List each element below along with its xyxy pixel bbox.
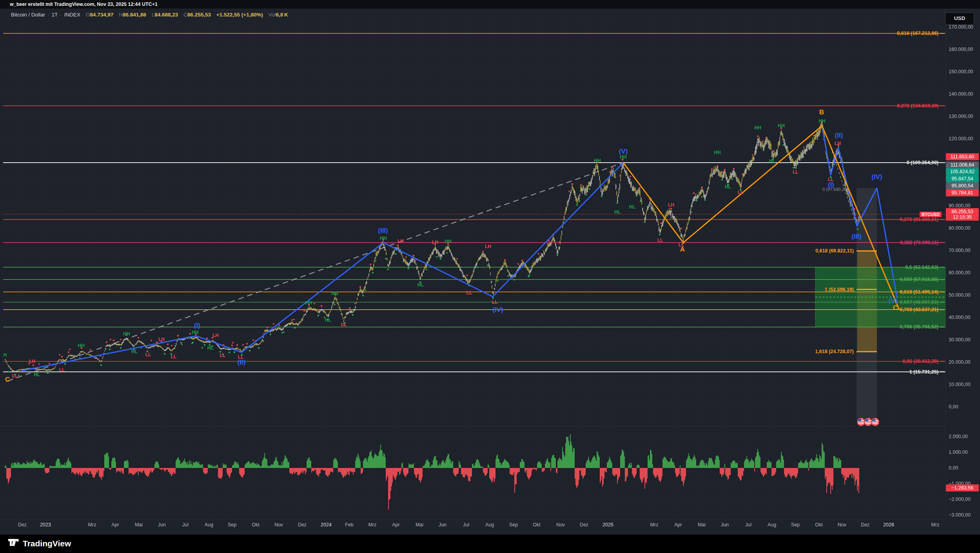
price-axis-badge: 95.784,81 bbox=[946, 189, 979, 196]
price-axis-tick: 10.000,00 bbox=[949, 382, 971, 387]
bottom-toolbar: TradingView bbox=[0, 535, 980, 553]
swing-label: HH bbox=[778, 123, 784, 129]
swing-label: HL bbox=[325, 317, 331, 323]
wave-label: B bbox=[819, 109, 824, 116]
attribution-text: w_beer erstellt mit TradingView.com, Nov… bbox=[10, 2, 158, 7]
price-axis-badge: 86.255,5312:15:35 bbox=[946, 208, 979, 221]
currency-toggle-button[interactable]: USD bbox=[945, 13, 974, 25]
wave-label: C bbox=[5, 376, 10, 384]
time-axis-tick: Sep bbox=[791, 522, 800, 528]
swing-label: LL bbox=[679, 242, 684, 248]
symbol-legend[interactable]: Bitcoin / Dollar·1T·INDEX O84.734,97 H86… bbox=[11, 12, 288, 18]
timeframe[interactable]: 1T bbox=[52, 12, 58, 18]
swing-label: HL bbox=[207, 345, 214, 351]
price-axis-tick: 40.000,00 bbox=[949, 315, 971, 320]
wave-label: (III) bbox=[851, 233, 862, 241]
wave-label: (V) bbox=[889, 297, 898, 305]
swing-label: LL bbox=[492, 299, 498, 305]
swing-label: HL bbox=[769, 158, 775, 164]
badge-time: 12:15:35 bbox=[946, 214, 979, 220]
zigzag-value-label: 0 (97.690,23) bbox=[822, 187, 848, 192]
swing-label: HH bbox=[192, 330, 198, 335]
swing-label: LL bbox=[220, 353, 226, 358]
time-axis-tick: Dez bbox=[861, 522, 869, 528]
time-axis-tick: Jul bbox=[463, 522, 469, 528]
swing-label: LH bbox=[158, 337, 165, 342]
swing-label: LL bbox=[828, 177, 834, 182]
fib-extension-label: 0,618 (69.822,11) bbox=[815, 248, 854, 254]
fib-level-label: 0,382 (73.590,11) bbox=[900, 240, 938, 245]
high-label: H bbox=[115, 12, 123, 18]
swing-label: HH bbox=[380, 236, 387, 241]
tradingview-logo-text: TradingView bbox=[23, 539, 71, 548]
time-axis-tick: 2025 bbox=[603, 522, 613, 528]
open-value: 84.734,97 bbox=[90, 12, 113, 18]
price-axis-tick: 80.000,00 bbox=[949, 225, 971, 231]
price-axis-badge: 95.800,54 bbox=[946, 182, 979, 189]
low-label: L bbox=[148, 12, 155, 18]
price-axis-badge: 105.824,62 bbox=[946, 168, 979, 175]
time-axis-tick: Mrz bbox=[88, 522, 96, 528]
time-axis-tick: Apr bbox=[392, 522, 399, 528]
us-flag-event-icon[interactable] bbox=[871, 418, 879, 426]
swing-label: LL bbox=[171, 354, 177, 359]
fib-level-label: 0,95 (20.412,39) bbox=[902, 359, 938, 364]
swing-label: LH bbox=[432, 239, 438, 245]
price-axis-tick: 120.000,00 bbox=[949, 136, 973, 141]
fib-level-label: 0,786 (35.766,52) bbox=[900, 324, 938, 330]
volume-axis-tick: −2.000,00 bbox=[949, 497, 971, 502]
time-axis-tick: Sep bbox=[228, 522, 236, 528]
swing-label: HL bbox=[131, 349, 138, 354]
time-axis-tick: Okt bbox=[252, 522, 259, 528]
time-axis-tick: 2023 bbox=[40, 522, 51, 528]
time-axis-tick: Mai bbox=[135, 522, 143, 528]
time-axis-tick: Dez bbox=[18, 522, 27, 528]
attribution-bar: w_beer erstellt mit TradingView.com, Nov… bbox=[0, 0, 980, 9]
price-axis-tick: 70.000,00 bbox=[949, 248, 971, 253]
swing-label: HL bbox=[417, 282, 424, 288]
time-axis-tick: Nov bbox=[274, 522, 283, 528]
swing-label: LL bbox=[59, 367, 65, 373]
change-value: +1.522,55 (+1,80%) bbox=[212, 12, 263, 18]
swing-label: HH bbox=[754, 125, 761, 131]
volume-axis-tick: −3.000,00 bbox=[949, 512, 971, 518]
swing-label: HH bbox=[818, 118, 825, 124]
chart-plot-area[interactable] bbox=[0, 0, 980, 553]
volume-axis-tick: 2.000,00 bbox=[949, 434, 968, 439]
time-axis-tick: Nov bbox=[556, 522, 565, 528]
wave-label: (II) bbox=[835, 132, 843, 140]
symbol-name[interactable]: Bitcoin / Dollar bbox=[11, 12, 45, 18]
volume-axis-tick: 0,00 bbox=[949, 465, 958, 471]
price-axis-badge: 111.006,64 bbox=[946, 161, 979, 169]
swing-label: LH bbox=[835, 141, 841, 146]
wave-label: (III) bbox=[378, 227, 388, 235]
time-axis-tick: Apr bbox=[674, 522, 682, 528]
legend-separator: · bbox=[45, 12, 52, 18]
fib-level-label: -0,272 (134.819,39) bbox=[895, 103, 938, 109]
tradingview-logo[interactable]: TradingView bbox=[8, 538, 71, 549]
swing-label: HL bbox=[614, 209, 621, 215]
price-axis-tick: 60.000,00 bbox=[949, 270, 971, 276]
close-label: C bbox=[180, 12, 187, 18]
price-axis-badge: 95.847,54 bbox=[946, 175, 979, 182]
wave-label: (IV) bbox=[492, 306, 503, 314]
wave-label: (I) bbox=[194, 322, 200, 330]
volume-label: Vol bbox=[265, 12, 276, 18]
tradingview-chart-window: w_beer erstellt mit TradingView.com, Nov… bbox=[0, 0, 980, 553]
swing-label: LH bbox=[212, 333, 219, 338]
swing-label: HH bbox=[620, 154, 626, 160]
swing-label: HL bbox=[34, 372, 40, 377]
time-axis-tick: Mai bbox=[416, 522, 423, 528]
wave-label: (II) bbox=[238, 359, 246, 366]
wave-label: C bbox=[893, 304, 898, 312]
time-axis-tick: 2024 bbox=[321, 522, 332, 528]
swing-label: H bbox=[4, 352, 7, 358]
legend-separator2: · bbox=[58, 12, 64, 18]
time-axis-tick: Jun bbox=[158, 522, 166, 528]
fib-level-label: 0,703 (43.537,21) bbox=[900, 307, 938, 312]
symbol-price-tag: BTCUSD bbox=[920, 212, 942, 217]
time-axis-tick: Aug bbox=[485, 522, 494, 528]
price-axis-tick: 130.000,00 bbox=[949, 114, 973, 119]
data-source: INDEX bbox=[64, 12, 80, 18]
time-axis-tick: Jun bbox=[439, 522, 446, 528]
